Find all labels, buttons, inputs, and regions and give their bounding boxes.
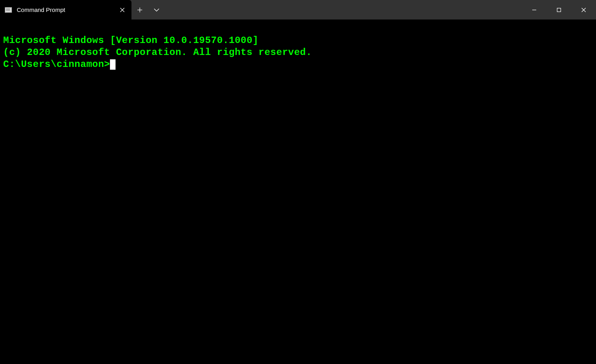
- titlebar-drag-region[interactable]: [165, 0, 522, 20]
- plus-icon: [137, 7, 143, 13]
- cursor: [110, 59, 116, 70]
- svg-rect-5: [557, 8, 561, 12]
- cmd-icon: [5, 7, 12, 13]
- tab-title: Command Prompt: [17, 6, 116, 13]
- output-line: Microsoft Windows [Version 10.0.19570.10…: [3, 35, 593, 47]
- prompt-line: C:\Users\cinnamon>: [3, 59, 593, 70]
- close-window-button[interactable]: [571, 0, 596, 20]
- new-tab-button[interactable]: [131, 0, 148, 20]
- window-controls: [522, 0, 596, 20]
- minimize-button[interactable]: [522, 0, 547, 20]
- prompt-text: C:\Users\cinnamon>: [3, 59, 110, 70]
- close-tab-button[interactable]: [116, 4, 128, 16]
- maximize-icon: [557, 8, 561, 12]
- output-line: (c) 2020 Microsoft Corporation. All righ…: [3, 47, 593, 59]
- maximize-button[interactable]: [547, 0, 571, 20]
- tab-dropdown-button[interactable]: [148, 0, 165, 20]
- tab-area: Command Prompt: [0, 0, 165, 20]
- close-icon: [120, 8, 125, 12]
- chevron-down-icon: [154, 8, 159, 12]
- tab-command-prompt[interactable]: Command Prompt: [0, 0, 131, 20]
- titlebar: Command Prompt: [0, 0, 596, 20]
- close-icon: [581, 8, 586, 12]
- minimize-icon: [532, 8, 537, 12]
- terminal-output[interactable]: Microsoft Windows [Version 10.0.19570.10…: [0, 20, 596, 86]
